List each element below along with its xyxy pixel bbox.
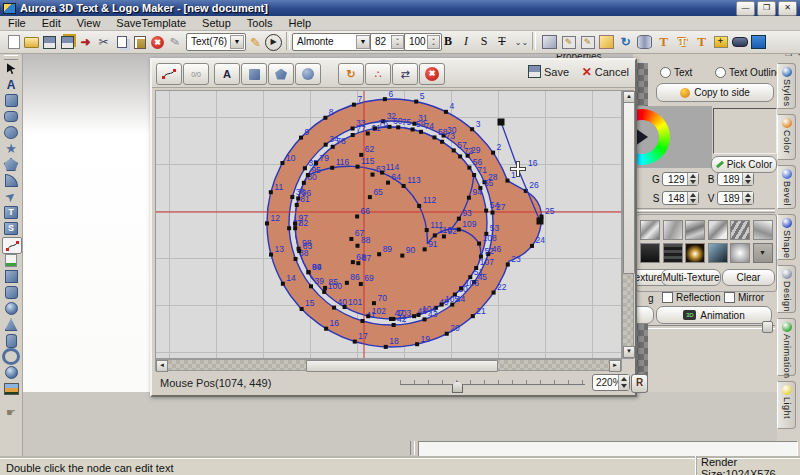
path-node[interactable] xyxy=(373,126,377,130)
texture-thumb[interactable] xyxy=(663,220,683,240)
menu-help[interactable]: Help xyxy=(281,17,320,29)
texture-thumb[interactable] xyxy=(730,220,750,240)
path-node[interactable] xyxy=(425,228,429,232)
path-node[interactable] xyxy=(470,127,474,131)
cylinder-tool-button[interactable] xyxy=(2,333,20,348)
path-node[interactable] xyxy=(323,116,327,120)
text-tool-button[interactable]: A xyxy=(2,77,20,92)
render-play-button[interactable]: ▶ xyxy=(264,32,283,52)
path-node[interactable] xyxy=(419,130,423,134)
box-yellow-button[interactable] xyxy=(597,32,616,52)
path-node[interactable] xyxy=(324,143,328,147)
edit-node-tool-button[interactable] xyxy=(2,237,22,254)
select-tool-button[interactable] xyxy=(2,61,20,76)
cylinder-3d-button[interactable] xyxy=(635,32,654,52)
delete-button[interactable]: ✖ xyxy=(148,32,167,52)
path-node[interactable] xyxy=(402,184,406,188)
paste-button[interactable] xyxy=(130,32,149,52)
ball-tool-button[interactable] xyxy=(2,365,20,380)
bezier-handle[interactable] xyxy=(537,218,544,225)
spinner-chevron-icon[interactable]: ⌄⌄ xyxy=(391,35,404,49)
image-tool-button[interactable] xyxy=(2,381,20,396)
radio-text[interactable]: Text xyxy=(660,67,692,78)
path-node[interactable] xyxy=(492,291,496,295)
blue-square-button[interactable] xyxy=(749,32,768,52)
texture-thumb[interactable] xyxy=(708,243,728,263)
path-node[interactable] xyxy=(345,281,349,285)
path-node[interactable] xyxy=(445,332,449,336)
channel-s-spinner[interactable]: 148 xyxy=(662,191,699,205)
node-canvas[interactable]: 1234567891011121314151617181920212223242… xyxy=(155,90,622,359)
vertical-scrollbar[interactable]: ▲ ▼ xyxy=(622,90,634,359)
edit-face-button[interactable]: ✎ xyxy=(559,32,578,52)
cube-tool-button[interactable] xyxy=(2,269,20,284)
path-node[interactable] xyxy=(356,244,360,248)
reset-view-button[interactable]: R xyxy=(631,374,648,393)
pick-color-button[interactable]: Pick Color xyxy=(711,156,777,173)
restore-button[interactable]: ❒ xyxy=(757,1,776,16)
add-layer-button[interactable]: + xyxy=(711,32,730,52)
path-node[interactable] xyxy=(368,195,372,199)
texture-thumb[interactable] xyxy=(685,243,705,263)
path-node[interactable] xyxy=(269,190,273,194)
path-node[interactable] xyxy=(324,327,328,331)
path-node[interactable] xyxy=(417,204,421,208)
menu-savetemplate[interactable]: SaveTemplate xyxy=(108,17,194,29)
path-node[interactable] xyxy=(387,125,391,129)
path-node[interactable] xyxy=(440,140,444,144)
path-node[interactable] xyxy=(457,228,461,232)
path-node[interactable] xyxy=(343,305,347,309)
path-node[interactable] xyxy=(467,166,471,170)
menu-tools[interactable]: Tools xyxy=(239,17,281,29)
path-node[interactable] xyxy=(458,154,462,158)
scroll-down-icon[interactable]: ▼ xyxy=(623,346,635,358)
scroll-thumb[interactable] xyxy=(623,102,635,274)
format-i-button[interactable]: I xyxy=(458,32,474,50)
path-node[interactable] xyxy=(281,282,285,286)
path-node[interactable] xyxy=(293,226,297,230)
path-node[interactable] xyxy=(295,203,299,207)
path-node[interactable] xyxy=(490,211,494,215)
path-node[interactable] xyxy=(331,145,335,149)
chevron-down-icon[interactable]: ▼ xyxy=(230,35,244,49)
hand-tool-button[interactable]: ☛ xyxy=(2,405,20,420)
path-node[interactable] xyxy=(457,217,461,221)
char-spacing-spinner[interactable]: 100 ⌄⌄ xyxy=(404,33,442,51)
path-node[interactable] xyxy=(440,303,444,307)
path-node[interactable] xyxy=(391,317,395,321)
path-node[interactable] xyxy=(400,254,404,258)
path-node[interactable] xyxy=(386,181,390,185)
path-node[interactable] xyxy=(293,222,297,226)
save-button[interactable]: Save xyxy=(528,65,569,78)
scroll-right-icon[interactable]: ► xyxy=(609,360,621,372)
text3d-tool-button[interactable]: T xyxy=(2,205,20,220)
arc-tool-button[interactable] xyxy=(2,173,20,188)
path-node[interactable] xyxy=(471,314,475,318)
path-node[interactable] xyxy=(411,127,415,131)
text-outline-3d-button[interactable]: T xyxy=(673,32,692,52)
edit-text-button[interactable]: ✎ xyxy=(246,32,265,52)
edit-face2-button[interactable]: ✎ xyxy=(578,32,597,52)
path-node[interactable] xyxy=(356,165,360,169)
path-node[interactable] xyxy=(459,286,463,290)
path-node[interactable] xyxy=(414,100,418,104)
path-node[interactable] xyxy=(442,234,446,238)
multi-texture-button[interactable]: Multi-Texture xyxy=(661,269,721,286)
path-node[interactable] xyxy=(377,252,381,256)
texture-thumb[interactable] xyxy=(753,220,773,240)
line-tool-button[interactable]: ➤ xyxy=(2,189,20,204)
format-b-button[interactable]: B xyxy=(440,32,456,50)
path-node[interactable] xyxy=(423,317,427,321)
path-node[interactable] xyxy=(352,103,356,107)
path-node[interactable] xyxy=(366,131,370,135)
ratio-button[interactable]: 0/0 xyxy=(183,63,209,85)
path-node[interactable] xyxy=(349,237,353,241)
export-button[interactable]: ➜ xyxy=(76,32,95,52)
copy-button[interactable] xyxy=(112,32,131,52)
minimize-button[interactable]: — xyxy=(736,1,755,16)
path-node[interactable] xyxy=(491,151,495,155)
texture-thumb[interactable] xyxy=(730,243,750,263)
path-node[interactable] xyxy=(530,244,534,248)
path-node[interactable] xyxy=(392,323,396,327)
path-node[interactable] xyxy=(484,209,488,213)
